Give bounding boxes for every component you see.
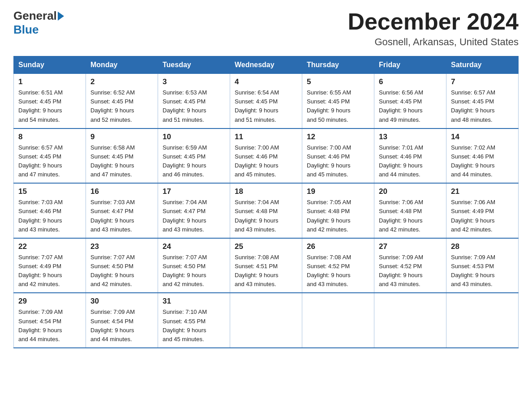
table-row <box>302 293 374 348</box>
table-row: 17 Sunrise: 7:04 AM Sunset: 4:47 PM Dayl… <box>158 183 230 238</box>
day-info: Sunrise: 7:01 AM Sunset: 4:46 PM Dayligh… <box>379 143 442 180</box>
day-info: Sunrise: 7:10 AM Sunset: 4:55 PM Dayligh… <box>163 308 225 344</box>
table-row: 8 Sunrise: 6:57 AM Sunset: 4:45 PM Dayli… <box>14 128 86 184</box>
table-row: 12 Sunrise: 7:00 AM Sunset: 4:46 PM Dayl… <box>302 128 374 184</box>
day-info: Sunrise: 7:08 AM Sunset: 4:51 PM Dayligh… <box>235 253 297 289</box>
table-row: 21 Sunrise: 7:06 AM Sunset: 4:49 PM Dayl… <box>446 183 519 238</box>
day-number: 18 <box>235 187 297 196</box>
table-row: 4 Sunrise: 6:54 AM Sunset: 4:45 PM Dayli… <box>230 74 302 128</box>
logo: General Blue <box>13 9 65 37</box>
day-info: Sunrise: 7:09 AM Sunset: 4:52 PM Dayligh… <box>379 253 442 289</box>
day-number: 21 <box>451 187 514 196</box>
header-saturday: Saturday <box>446 56 519 74</box>
table-row: 14 Sunrise: 7:02 AM Sunset: 4:46 PM Dayl… <box>446 128 519 184</box>
table-row: 27 Sunrise: 7:09 AM Sunset: 4:52 PM Dayl… <box>374 238 446 293</box>
table-row: 13 Sunrise: 7:01 AM Sunset: 4:46 PM Dayl… <box>374 128 446 184</box>
day-info: Sunrise: 7:00 AM Sunset: 4:46 PM Dayligh… <box>235 143 297 180</box>
day-info: Sunrise: 6:55 AM Sunset: 4:45 PM Dayligh… <box>307 88 369 124</box>
day-number: 22 <box>18 242 81 251</box>
day-number: 30 <box>90 297 153 306</box>
day-number: 6 <box>379 77 442 86</box>
calendar-week-row: 1 Sunrise: 6:51 AM Sunset: 4:45 PM Dayli… <box>14 74 519 128</box>
day-info: Sunrise: 6:54 AM Sunset: 4:45 PM Dayligh… <box>235 88 297 124</box>
day-number: 1 <box>18 77 81 86</box>
table-row: 15 Sunrise: 7:03 AM Sunset: 4:46 PM Dayl… <box>14 183 86 238</box>
day-info: Sunrise: 7:03 AM Sunset: 4:46 PM Dayligh… <box>18 198 81 234</box>
page-header: General Blue December 2024 Gosnell, Arka… <box>13 9 519 48</box>
day-info: Sunrise: 7:08 AM Sunset: 4:52 PM Dayligh… <box>307 253 369 289</box>
day-number: 19 <box>307 187 369 196</box>
table-row: 11 Sunrise: 7:00 AM Sunset: 4:46 PM Dayl… <box>230 128 302 184</box>
calendar-week-row: 22 Sunrise: 7:07 AM Sunset: 4:49 PM Dayl… <box>14 238 519 293</box>
table-row: 24 Sunrise: 7:07 AM Sunset: 4:50 PM Dayl… <box>158 238 230 293</box>
day-number: 14 <box>451 133 514 141</box>
day-number: 4 <box>235 77 297 86</box>
header-wednesday: Wednesday <box>230 56 302 74</box>
table-row: 9 Sunrise: 6:58 AM Sunset: 4:45 PM Dayli… <box>86 128 158 184</box>
table-row <box>374 293 446 348</box>
day-number: 24 <box>163 242 225 251</box>
day-info: Sunrise: 6:59 AM Sunset: 4:45 PM Dayligh… <box>163 143 225 180</box>
table-row: 30 Sunrise: 7:09 AM Sunset: 4:54 PM Dayl… <box>86 293 158 348</box>
day-number: 20 <box>379 187 442 196</box>
day-info: Sunrise: 7:04 AM Sunset: 4:48 PM Dayligh… <box>235 198 297 234</box>
day-number: 29 <box>18 297 81 306</box>
table-row <box>446 293 519 348</box>
table-row: 18 Sunrise: 7:04 AM Sunset: 4:48 PM Dayl… <box>230 183 302 238</box>
table-row: 23 Sunrise: 7:07 AM Sunset: 4:50 PM Dayl… <box>86 238 158 293</box>
day-number: 28 <box>451 242 514 251</box>
logo-general-text: General <box>13 9 57 23</box>
day-number: 11 <box>235 133 297 141</box>
day-info: Sunrise: 6:53 AM Sunset: 4:45 PM Dayligh… <box>163 88 225 124</box>
table-row: 7 Sunrise: 6:57 AM Sunset: 4:45 PM Dayli… <box>446 74 519 128</box>
day-info: Sunrise: 6:52 AM Sunset: 4:45 PM Dayligh… <box>90 88 153 124</box>
table-row: 10 Sunrise: 6:59 AM Sunset: 4:45 PM Dayl… <box>158 128 230 184</box>
day-number: 26 <box>307 242 369 251</box>
logo-blue-text: Blue <box>13 23 39 37</box>
header-monday: Monday <box>86 56 158 74</box>
table-row: 20 Sunrise: 7:06 AM Sunset: 4:48 PM Dayl… <box>374 183 446 238</box>
logo-arrow-icon <box>58 12 64 21</box>
day-number: 7 <box>451 77 514 86</box>
day-info: Sunrise: 7:07 AM Sunset: 4:49 PM Dayligh… <box>18 253 81 289</box>
day-number: 12 <box>307 133 369 141</box>
table-row: 2 Sunrise: 6:52 AM Sunset: 4:45 PM Dayli… <box>86 74 158 128</box>
table-row: 19 Sunrise: 7:05 AM Sunset: 4:48 PM Dayl… <box>302 183 374 238</box>
day-number: 13 <box>379 133 442 141</box>
calendar-week-row: 8 Sunrise: 6:57 AM Sunset: 4:45 PM Dayli… <box>14 128 519 184</box>
day-info: Sunrise: 7:07 AM Sunset: 4:50 PM Dayligh… <box>163 253 225 289</box>
day-number: 16 <box>90 187 153 196</box>
day-info: Sunrise: 6:57 AM Sunset: 4:45 PM Dayligh… <box>18 143 81 180</box>
table-row: 26 Sunrise: 7:08 AM Sunset: 4:52 PM Dayl… <box>302 238 374 293</box>
table-row: 1 Sunrise: 6:51 AM Sunset: 4:45 PM Dayli… <box>14 74 86 128</box>
table-row: 25 Sunrise: 7:08 AM Sunset: 4:51 PM Dayl… <box>230 238 302 293</box>
table-row: 29 Sunrise: 7:09 AM Sunset: 4:54 PM Dayl… <box>14 293 86 348</box>
day-number: 8 <box>18 133 81 141</box>
day-info: Sunrise: 6:58 AM Sunset: 4:45 PM Dayligh… <box>90 143 153 180</box>
day-number: 25 <box>235 242 297 251</box>
month-title: December 2024 <box>348 9 519 34</box>
calendar-table: Sunday Monday Tuesday Wednesday Thursday… <box>13 56 519 348</box>
day-number: 27 <box>379 242 442 251</box>
header-friday: Friday <box>374 56 446 74</box>
table-row: 16 Sunrise: 7:03 AM Sunset: 4:47 PM Dayl… <box>86 183 158 238</box>
day-number: 17 <box>163 187 225 196</box>
day-info: Sunrise: 7:06 AM Sunset: 4:49 PM Dayligh… <box>451 198 514 234</box>
day-info: Sunrise: 7:05 AM Sunset: 4:48 PM Dayligh… <box>307 198 369 234</box>
calendar-week-row: 29 Sunrise: 7:09 AM Sunset: 4:54 PM Dayl… <box>14 293 519 348</box>
day-number: 5 <box>307 77 369 86</box>
day-info: Sunrise: 6:57 AM Sunset: 4:45 PM Dayligh… <box>451 88 514 124</box>
day-info: Sunrise: 7:03 AM Sunset: 4:47 PM Dayligh… <box>90 198 153 234</box>
day-number: 3 <box>163 77 225 86</box>
table-row: 22 Sunrise: 7:07 AM Sunset: 4:49 PM Dayl… <box>14 238 86 293</box>
day-number: 15 <box>18 187 81 196</box>
day-info: Sunrise: 7:09 AM Sunset: 4:53 PM Dayligh… <box>451 253 514 289</box>
day-info: Sunrise: 7:04 AM Sunset: 4:47 PM Dayligh… <box>163 198 225 234</box>
table-row <box>230 293 302 348</box>
day-number: 2 <box>90 77 153 86</box>
day-info: Sunrise: 7:00 AM Sunset: 4:46 PM Dayligh… <box>307 143 369 180</box>
header-tuesday: Tuesday <box>158 56 230 74</box>
day-info: Sunrise: 6:51 AM Sunset: 4:45 PM Dayligh… <box>18 88 81 124</box>
day-number: 9 <box>90 133 153 141</box>
day-info: Sunrise: 7:02 AM Sunset: 4:46 PM Dayligh… <box>451 143 514 180</box>
